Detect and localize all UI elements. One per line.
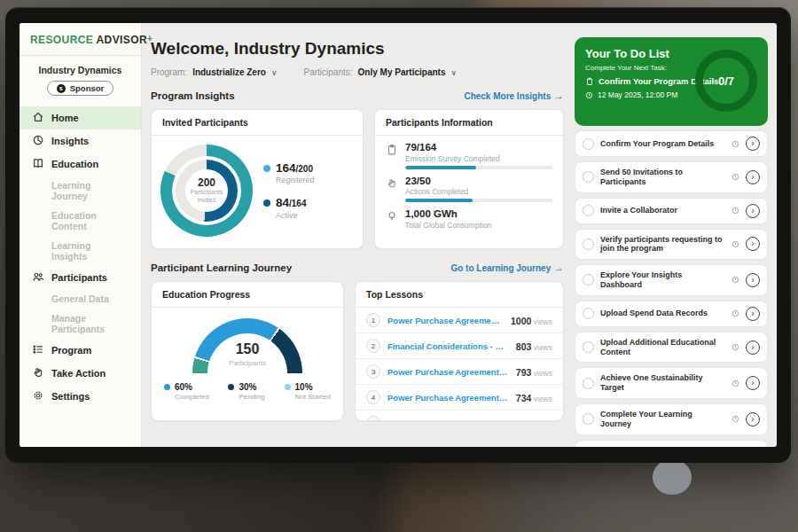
monitor-stand: [653, 459, 692, 495]
app-window: RESOURCE ADVISOR+ Industry Dynamics s Sp…: [20, 23, 777, 447]
task-open-button[interactable]: ›: [746, 204, 760, 218]
check-more-insights-link[interactable]: Check More Insights →: [464, 90, 564, 102]
lesson-rank: 4: [366, 390, 380, 404]
go-to-learning-journey-link[interactable]: Go to Learning Journey →: [450, 262, 564, 274]
invited-participants-card: Invited Participants 200 Participants In…: [151, 109, 364, 249]
todo-progress-count: 0/7: [718, 74, 734, 88]
sidebar-item-learning-insights[interactable]: Learning Insights: [20, 236, 141, 266]
filters-row: Program: Industrialize Zero ∨ Participan…: [151, 67, 564, 77]
gauge-center-value: 150: [192, 341, 302, 357]
task-open-button[interactable]: ›: [746, 412, 760, 426]
arrow-right-icon: →: [553, 262, 564, 274]
task-item[interactable]: Achieve One Sustainability Target ›: [575, 367, 768, 399]
sidebar-item-participants[interactable]: Participants: [20, 266, 141, 289]
legend-pct: 60%: [175, 382, 209, 392]
progress-track: [405, 199, 552, 202]
task-checkbox[interactable]: [583, 413, 594, 425]
card-title: Education Progress: [152, 282, 343, 308]
actions-icon: [386, 176, 398, 203]
lesson-views: 600: [516, 419, 532, 421]
sponsor-badge[interactable]: s Sponsor: [47, 81, 114, 96]
participants-select[interactable]: Participants: Only My Participants ∨: [304, 67, 458, 77]
sidebar-item-manage-participants[interactable]: Manage Participants: [20, 309, 141, 339]
lesson-row: 4 Power Purchase Agreements 102 734 view…: [356, 385, 563, 411]
education-gauge: 150 Participants: [192, 318, 302, 373]
task-checkbox[interactable]: [583, 138, 594, 150]
sidebar-item-take-action[interactable]: Take Action: [20, 362, 141, 385]
lesson-link[interactable]: Power Purchase Agreements 103: [387, 419, 509, 422]
task-open-button[interactable]: ›: [746, 376, 760, 390]
task-item[interactable]: Complete Your Learning Journey ›: [575, 403, 768, 435]
clock-icon: [585, 91, 593, 99]
sidebar-item-label: Home: [51, 113, 79, 123]
task-item[interactable]: Send 50 Invitations to Participants ›: [575, 161, 768, 193]
task-item[interactable]: Upload Spend Data Records ›: [575, 301, 768, 327]
lesson-link[interactable]: Financial Considerations - VPPAs: [387, 341, 509, 351]
task-label: Send 50 Invitations to Participants: [600, 168, 725, 187]
legend-value: 164: [276, 161, 296, 175]
views-suffix: views: [531, 395, 552, 403]
progress-track: [405, 166, 552, 169]
sidebar-divider: [20, 55, 141, 56]
gauge-center-label: Participants: [192, 359, 302, 367]
program-select[interactable]: Program: Industrialize Zero ∨: [151, 67, 278, 77]
sidebar-item-education[interactable]: Education: [20, 153, 141, 176]
task-checkbox[interactable]: [583, 205, 594, 216]
sidebar-item-insights[interactable]: Insights: [20, 129, 141, 153]
sidebar-item-learning-journey[interactable]: Learning Journey: [20, 176, 141, 206]
task-item[interactable]: Upload Additional Educational Content ›: [575, 332, 768, 364]
consumption-row: 1,000 GWh Total Global Consumption: [375, 202, 563, 232]
task-item[interactable]: Invite a Collaborator ›: [575, 198, 768, 224]
task-item[interactable]: Verify participants requesting to join t…: [575, 229, 768, 261]
logo-advisor: ADVISOR: [97, 34, 147, 46]
task-label: Verify participants requesting to join t…: [600, 235, 725, 254]
task-open-button[interactable]: ›: [746, 170, 760, 184]
sidebar-item-program[interactable]: Program: [20, 339, 141, 362]
link-label: Check More Insights: [464, 91, 551, 101]
clock-icon: [732, 140, 739, 148]
legend-label: Active: [276, 211, 307, 220]
legend-label: Completed: [175, 393, 209, 401]
survey-icon: [386, 142, 398, 169]
legend-label: Not Started: [295, 393, 331, 401]
emission-survey-row: 79/164 Emission Survey Completed: [375, 136, 563, 169]
task-open-button[interactable]: ›: [746, 340, 760, 355]
task-checkbox[interactable]: [583, 171, 594, 183]
lesson-link[interactable]: Power Purchase Agreements 101: [387, 367, 509, 377]
task-checkbox[interactable]: [583, 378, 594, 389]
lesson-link[interactable]: Power Purchase Agreements 102: [387, 393, 509, 403]
top-lessons-card: Top Lessons 1 Power Purchase Agreements …: [355, 281, 564, 421]
task-checkbox[interactable]: [583, 274, 594, 286]
lesson-link[interactable]: Power Purchase Agreements 101: [387, 316, 504, 325]
task-item[interactable]: Confirm Your Program Details ›: [575, 130, 768, 157]
chevron-down-icon: ∨: [450, 68, 457, 77]
task-label: Upload Additional Educational Content: [600, 338, 725, 357]
sidebar-nav: Home Insights Education Learning Journey…: [20, 106, 141, 408]
sidebar-item-general-data[interactable]: General Data: [20, 289, 141, 309]
sidebar-item-label: Participants: [51, 272, 107, 283]
task-checkbox[interactable]: [583, 341, 594, 353]
task-open-button[interactable]: ›: [746, 307, 760, 321]
sidebar-item-settings[interactable]: Settings: [20, 385, 141, 408]
donut-legend: 164/200 Registered 84/164 Active: [263, 162, 315, 220]
sidebar-item-education-content[interactable]: Education Content: [20, 206, 141, 236]
task-label: Complete Your Learning Journey: [600, 410, 725, 429]
clock-icon: [732, 415, 739, 423]
sidebar-item-home[interactable]: Home: [20, 106, 141, 129]
legend-pct: 30%: [239, 382, 264, 392]
task-checkbox[interactable]: [583, 308, 594, 319]
insights-icon: [32, 134, 44, 148]
sidebar-item-label: Education: [51, 159, 98, 169]
home-icon: [32, 111, 44, 125]
todo-panel: Your To Do List Complete Your Next Task:…: [575, 23, 777, 447]
task-item[interactable]: Explore Your Insights Dashboard ›: [575, 264, 768, 296]
clock-icon: [732, 309, 739, 317]
task-open-button[interactable]: ›: [746, 137, 760, 151]
legend-registered: 164/200 Registered: [263, 162, 315, 185]
legend-dot: [285, 384, 291, 390]
task-open-button[interactable]: ›: [746, 237, 760, 251]
clock-icon: [732, 276, 739, 284]
task-open-button[interactable]: ›: [746, 273, 760, 287]
task-checkbox[interactable]: [583, 239, 594, 250]
org-name: Industry Dynamics: [20, 65, 141, 75]
